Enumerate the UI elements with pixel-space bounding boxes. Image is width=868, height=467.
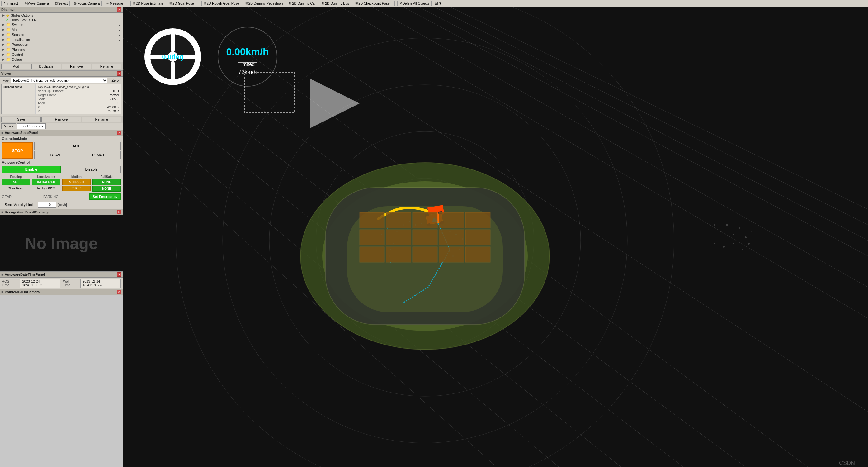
system-check: ✓	[119, 23, 121, 27]
svg-text:CSDN: CSDN	[839, 460, 855, 466]
tool-properties-tab[interactable]: Tool Properties	[17, 123, 45, 129]
enable-button[interactable]: Enable	[2, 166, 61, 173]
dummy-car-icon: ⊞	[289, 2, 291, 5]
gear-label: GEAR:	[2, 195, 12, 199]
checkpoint-icon: ⊞	[355, 2, 358, 5]
tree-item-global-status[interactable]: ▶ ✓ Global Status: Ok	[0, 18, 123, 22]
svg-rect-60	[412, 247, 437, 262]
delete-all-icon: ✕	[399, 2, 402, 5]
tree-item-perception[interactable]: ▶ 📁 Perception ✓	[0, 42, 123, 47]
focus-camera-button[interactable]: ◎ Focus Camera	[72, 1, 102, 6]
dummy-pedestrian-button[interactable]: ⊞ 2D Dummy Pedestrian	[243, 1, 285, 6]
velocity-input[interactable]	[38, 202, 56, 208]
velocity-unit: [km/h]	[58, 203, 67, 207]
prop-near-clip: Near Clip Distance 0.01	[37, 89, 120, 93]
remove-button[interactable]: Remove	[62, 63, 91, 69]
sensing-icon: 📁	[6, 32, 10, 37]
ros-time-label: ROS Time:	[2, 280, 18, 287]
dummy-bus-button[interactable]: ⊞ 2D Dummy Bus	[320, 1, 351, 6]
svg-point-73	[739, 227, 740, 229]
autoware-state-close-button[interactable]: ✕	[117, 130, 121, 135]
remote-button[interactable]: REMOTE	[78, 151, 121, 159]
measure-button[interactable]: ↔ Measure	[104, 1, 125, 6]
tree-item-sensing[interactable]: ▶ 📁 Sensing ✓	[0, 32, 123, 37]
localization-col: Localization INITIALIZED Init by GNSS	[32, 175, 60, 192]
pose-estimate-button[interactable]: ⊞ 2D Pose Estimate	[130, 1, 165, 6]
recognition-indicator: ◼	[1, 211, 3, 214]
views-tab[interactable]: Views	[1, 123, 16, 129]
delete-all-button[interactable]: ✕ Delete All Objects	[397, 1, 432, 6]
disable-button[interactable]: Disable	[62, 166, 121, 173]
failsafe-label: FailSafe	[92, 175, 121, 178]
autoware-state-panel: ◼ AutowareStatePanel ✕ OperationMode STO…	[0, 130, 123, 209]
rename-button[interactable]: Rename	[92, 63, 121, 69]
svg-rect-55	[412, 230, 437, 245]
localization-arrow: ▶	[2, 38, 5, 41]
displays-close-button[interactable]: ✕	[117, 7, 121, 12]
interact-button[interactable]: ↖ Interact	[1, 1, 20, 6]
tree-item-global-options[interactable]: ▶ ⚙ Global Options	[0, 13, 123, 18]
add-button[interactable]: Add	[1, 63, 31, 69]
send-velocity-button[interactable]: Send Velocity Limit	[2, 202, 36, 207]
svg-point-71	[726, 224, 728, 226]
speed-overlay: 0.00km/h limited 72km/h	[213, 26, 282, 88]
rough-goal-button[interactable]: ⊞ 2D Rough Goal Pose	[202, 1, 241, 6]
goal-pose-button[interactable]: ⊞ 2D Goal Pose	[167, 1, 196, 6]
recognition-panel: ◼ RecognitionResultOnImage ✕ No Image	[0, 209, 123, 272]
displays-section: Displays ✕ ▶ ⚙ Global Options ▶ ✓ Global…	[0, 7, 123, 71]
set-emergency-button[interactable]: Set Emergency	[89, 194, 121, 200]
views-zero-button[interactable]: Zero	[108, 78, 121, 83]
tree-item-system[interactable]: ▶ 📁 System ✓	[0, 22, 123, 27]
velocity-row: Send Velocity Limit [km/h]	[0, 200, 123, 209]
prop-y: Y 27.7034	[37, 109, 120, 113]
steering-wheel-overlay: 0.0deg	[142, 26, 204, 88]
pointcloud-close-button[interactable]: ✕	[117, 290, 121, 294]
failsafe-status1: NONE	[92, 179, 121, 185]
views-type-row: Type: TopDownOrtho (rviz_default_plugins…	[0, 77, 123, 84]
init-gnss-button[interactable]: Init by GNSS	[32, 186, 60, 191]
views-header: Views ✕	[0, 71, 123, 77]
local-button[interactable]: LOCAL	[34, 151, 77, 159]
toolbar-separator-1	[128, 1, 128, 6]
dummy-bus-icon: ⊞	[322, 2, 324, 5]
move-camera-button[interactable]: ⊕ Move Camera	[22, 1, 51, 6]
tree-item-localization[interactable]: ▶ 📁 Localization ✓	[0, 37, 123, 42]
clear-route-button[interactable]: Clear Route	[2, 186, 30, 191]
tree-item-planning[interactable]: ▶ 📁 Planning ✓	[0, 47, 123, 52]
recognition-close-button[interactable]: ✕	[117, 210, 121, 214]
views-right-col: TopDownOrtho (rviz_default_plugins) Near…	[36, 84, 121, 114]
select-button[interactable]: ◻ Select	[53, 1, 70, 6]
toolbar-extra-icons: ⊞ ▾	[435, 1, 441, 6]
dummy-car-button[interactable]: ⊞ 2D Dummy Car	[287, 1, 318, 6]
svg-rect-53	[360, 230, 384, 245]
datetime-close-button[interactable]: ✕	[117, 272, 121, 276]
svg-point-80	[748, 243, 750, 244]
svg-point-76	[714, 243, 715, 244]
planning-check: ✓	[119, 48, 121, 52]
views-close-button[interactable]: ✕	[117, 71, 121, 76]
autoware-state-header: ◼ AutowareStatePanel ✕	[0, 130, 123, 136]
select-icon: ◻	[55, 2, 58, 5]
right-canvas[interactable]: CSDN 0.0deg	[123, 7, 868, 467]
auto-button[interactable]: AUTO	[34, 142, 121, 150]
checkpoint-button[interactable]: ⊞ 2D Checkpoint Pose	[353, 1, 392, 6]
datetime-header-left: ◼ AutowareDateTimePanel	[1, 272, 45, 276]
views-rename-button[interactable]: Rename	[82, 117, 121, 122]
pointcloud-indicator: ◼	[1, 290, 3, 293]
views-type-select[interactable]: TopDownOrtho (rviz_default_plugins)	[11, 78, 107, 83]
tree-item-debug[interactable]: ▶ 📁 Debug	[0, 57, 123, 62]
views-save-button[interactable]: Save	[1, 117, 41, 122]
move-camera-icon: ⊕	[24, 2, 27, 5]
planning-arrow: ▶	[2, 48, 5, 51]
tree-item-control[interactable]: ▶ 📁 Control ✓	[0, 52, 123, 57]
failsafe-status2: NONE	[92, 186, 121, 192]
dummy-pedestrian-icon: ⊞	[245, 2, 248, 5]
tree-item-map[interactable]: ▶ 📁 Map ✓	[0, 27, 123, 32]
routing-col: Routing SET Clear Route	[2, 175, 30, 192]
duplicate-button[interactable]: Duplicate	[31, 63, 61, 69]
stop-button[interactable]: STOP	[2, 142, 33, 159]
parking-label: PARKING	[43, 195, 59, 199]
recognition-title: RecognitionResultOnImage	[5, 210, 50, 214]
motion-sub-button[interactable]: STOP	[62, 186, 91, 191]
views-remove-button[interactable]: Remove	[41, 117, 81, 122]
